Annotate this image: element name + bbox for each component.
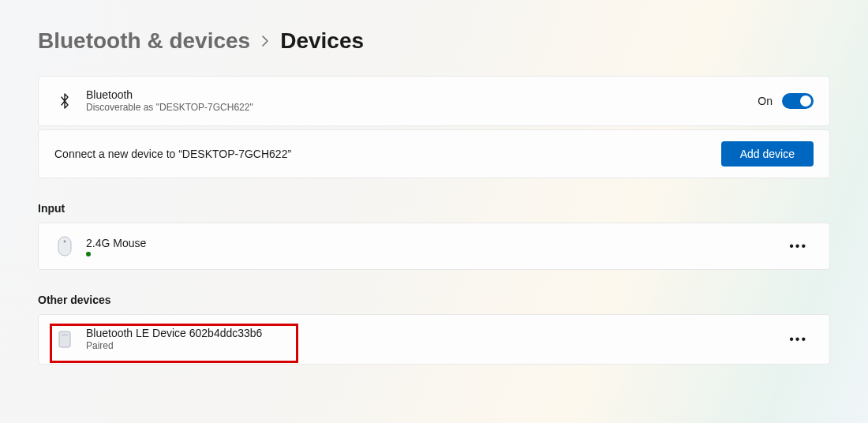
device-name: 2.4G Mouse — [86, 236, 783, 250]
more-button[interactable]: ••• — [783, 234, 814, 258]
device-row-other[interactable]: Bluetooth LE Device 602b4ddc33b6 Paired … — [38, 314, 830, 365]
chevron-right-icon — [261, 34, 269, 51]
bluetooth-icon — [54, 92, 75, 110]
connected-dot-icon — [86, 252, 91, 256]
bluetooth-subtitle: Discoverable as "DESKTOP-7GCH622" — [86, 102, 758, 114]
breadcrumb-current: Devices — [280, 28, 364, 54]
connect-text: Connect a new device to “DESKTOP-7GCH622… — [54, 147, 721, 161]
more-button[interactable]: ••• — [783, 328, 814, 351]
breadcrumb-parent[interactable]: Bluetooth & devices — [38, 28, 250, 54]
bluetooth-toggle[interactable] — [782, 93, 814, 109]
device-generic-icon — [54, 331, 75, 348]
mouse-icon — [54, 236, 75, 256]
section-title-input: Input — [38, 202, 830, 215]
device-row-input[interactable]: 2.4G Mouse ••• — [38, 223, 830, 270]
svg-point-1 — [64, 240, 66, 242]
section-title-other: Other devices — [38, 294, 830, 306]
device-status: Paired — [86, 340, 783, 353]
bluetooth-toggle-label: On — [758, 95, 773, 107]
add-device-button[interactable]: Add device — [721, 141, 814, 167]
add-device-card: Connect a new device to “DESKTOP-7GCH622… — [38, 129, 830, 178]
bluetooth-card: Bluetooth Discoverable as "DESKTOP-7GCH6… — [38, 76, 830, 126]
svg-rect-3 — [62, 334, 68, 336]
device-name: Bluetooth LE Device 602b4ddc33b6 — [86, 326, 783, 340]
breadcrumb: Bluetooth & devices Devices — [38, 28, 830, 54]
bluetooth-title: Bluetooth — [86, 88, 758, 102]
svg-rect-0 — [58, 237, 71, 256]
